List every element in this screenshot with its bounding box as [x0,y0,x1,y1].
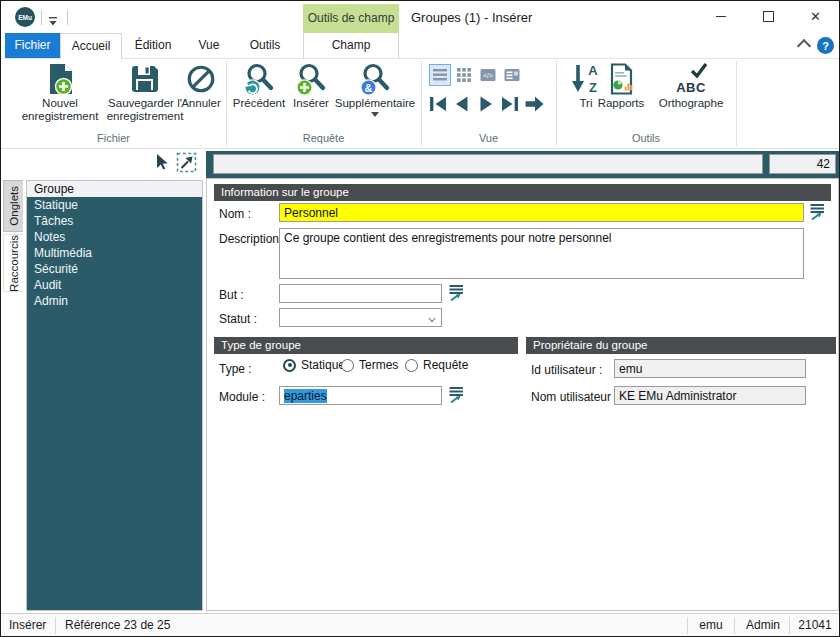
collapse-ribbon-button[interactable] [799,41,809,51]
view-code-button[interactable]: </> [477,64,499,86]
spellcheck-label: Orthographe [659,97,724,110]
next-record-button[interactable] [475,93,497,115]
group-label-outils: Outils [556,132,736,144]
additional-query-icon: & [359,60,392,97]
sort-label: Tri [580,97,593,110]
sidebar-item-audit[interactable]: Audit [27,277,202,293]
view-list-button[interactable] [429,64,451,86]
additional-query-button[interactable]: & Supplémentaire [329,60,421,117]
name-lookup-button[interactable] [809,203,826,224]
section-header-owner: Propriétaire du groupe [526,337,836,354]
insert-label: Insérer [293,97,329,110]
ribbon-tab-bar: Fichier Accueil Édition Vue Outils Champ [1,33,839,59]
sidebar-item-taches[interactable]: Tâches [27,213,202,229]
new-record-icon [43,60,77,97]
view-grid-button[interactable] [453,64,475,86]
status-select[interactable] [279,308,442,327]
previous-record-button[interactable] [451,93,473,115]
reports-label: Rapports [598,97,645,110]
status-separator [687,617,688,634]
lookup-list-icon [448,284,465,301]
insert-button[interactable]: Insérer [289,60,333,110]
sidebar-item-admin[interactable]: Admin [27,293,202,309]
contextual-tab-group: Outils de champ [303,4,399,33]
radio-icon [341,359,354,372]
purpose-lookup-button[interactable] [448,284,465,305]
minimize-icon [716,16,726,17]
spellcheck-icon: ABC [673,60,709,97]
purpose-label: But : [219,288,244,302]
reports-button[interactable]: Rapports [593,60,649,110]
details-view-icon [504,67,520,83]
record-count-field: 42 [769,154,836,174]
group-separator [736,61,737,146]
save-icon [128,60,162,97]
status-mode: Insérer [9,618,46,632]
radio-requete-label: Requête [423,358,468,372]
status-reference: Référence 23 de 25 [65,618,170,632]
radio-statique[interactable]: Statique [283,358,345,372]
tab-vue[interactable]: Vue [184,33,234,58]
grid-view-icon [456,67,472,83]
help-button[interactable]: ? [817,37,834,54]
radio-statique-label: Statique [301,358,345,372]
tab-accueil[interactable]: Accueil [60,33,122,59]
cancel-icon [185,60,217,97]
close-button[interactable]: ✕ [792,1,839,31]
svg-text:&: & [364,81,372,93]
last-record-icon [499,93,521,115]
sidebar-item-notes[interactable]: Notes [27,229,202,245]
maximize-button[interactable] [745,1,791,31]
cursor-arrow-icon [153,153,171,172]
cancel-button[interactable]: Annuler [177,60,225,110]
tab-fichier[interactable]: Fichier [5,33,60,58]
sidebar-tab-onglets[interactable]: Onglets [3,180,23,232]
radio-requete[interactable]: Requête [405,358,468,372]
sidebar-tab-onglets-label: Onglets [8,186,20,226]
name-input[interactable]: Personnel [279,203,804,222]
dropdown-arrow-icon [371,112,379,117]
last-record-button[interactable] [499,93,521,115]
status-separator [789,617,790,634]
sidebar-tab-raccourcis[interactable]: Raccourcis [3,234,23,292]
previous-query-icon [243,60,276,97]
description-input[interactable]: Ce groupe contient des enregistrements p… [279,228,804,279]
tab-champ[interactable]: Champ [303,33,399,58]
radio-termes[interactable]: Termes [341,358,398,372]
tab-edition[interactable]: Édition [122,33,184,58]
module-input[interactable]: eparties [279,386,442,405]
additional-query-label: Supplémentaire [335,97,416,110]
purpose-input[interactable] [279,284,442,303]
previous-query-button[interactable]: Précédent [229,60,289,110]
tab-outils[interactable]: Outils [234,33,296,58]
first-record-button[interactable] [427,93,449,115]
minimize-button[interactable] [698,1,744,31]
quick-access-dropdown-icon[interactable] [48,13,59,31]
description-label: Description : [219,232,286,246]
close-icon: ✕ [810,9,821,24]
user-name-input: KE EMu Administrator [614,386,806,405]
sidebar-list: Groupe Statique Tâches Notes Multimédia … [26,180,203,611]
previous-query-label: Précédent [233,97,285,110]
select-tool-button[interactable] [153,153,171,176]
sidebar-tab-raccourcis-label: Raccourcis [8,235,20,292]
code-view-icon: </> [480,67,496,83]
status-label: Statut : [219,312,257,326]
radio-selected-icon [283,359,296,372]
sidebar-item-multimedia[interactable]: Multimédia [27,245,202,261]
sidebar-item-statique[interactable]: Statique [27,197,202,213]
marquee-select-tool-button[interactable] [176,152,197,177]
radio-icon [405,359,418,372]
module-lookup-button[interactable] [448,386,465,407]
new-record-button[interactable]: Nouvel enregistrement [14,60,106,123]
sidebar-item-securite[interactable]: Sécurité [27,261,202,277]
record-title-field [213,154,763,174]
section-header-information: Information sur le groupe [214,184,831,201]
spellcheck-button[interactable]: ABC Orthographe [651,60,731,110]
view-details-button[interactable] [501,64,523,86]
user-name-label: Nom utilisateur : [531,390,618,404]
sidebar-item-groupe[interactable]: Groupe [27,181,202,197]
group-label-fichier: Fichier [1,132,226,144]
titlebar-separator [67,10,68,25]
goto-record-button[interactable] [523,93,545,115]
